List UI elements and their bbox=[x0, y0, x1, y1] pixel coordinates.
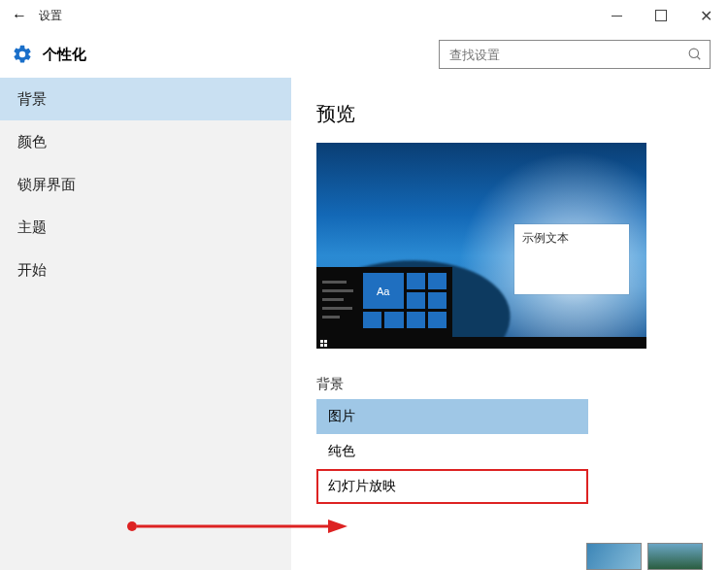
header: 个性化 bbox=[0, 31, 728, 78]
sidebar-item-lockscreen[interactable]: 锁屏界面 bbox=[0, 163, 291, 206]
sidebar-item-start[interactable]: 开始 bbox=[0, 249, 291, 291]
sidebar: 背景 颜色 锁屏界面 主题 开始 bbox=[0, 78, 291, 570]
content: 预览 示例文本 Aa 背景 图片 纯色 幻灯片放映 bbox=[291, 78, 728, 570]
sidebar-item-background[interactable]: 背景 bbox=[0, 78, 291, 120]
titlebar: ← 设置 ✕ bbox=[0, 0, 728, 31]
bg-option-slideshow[interactable]: 幻灯片放映 bbox=[316, 469, 588, 504]
wallpaper-thumbs bbox=[586, 543, 703, 570]
thumb[interactable] bbox=[647, 543, 703, 570]
search-box[interactable] bbox=[439, 40, 711, 69]
sidebar-item-colors[interactable]: 颜色 bbox=[0, 120, 291, 163]
gear-icon bbox=[12, 44, 33, 65]
window-title: 设置 bbox=[39, 8, 62, 24]
start-menu-preview: Aa bbox=[316, 267, 452, 337]
page-title: 个性化 bbox=[43, 46, 86, 64]
thumb[interactable] bbox=[586, 543, 642, 570]
back-button[interactable]: ← bbox=[0, 7, 39, 24]
desktop-preview: 示例文本 Aa bbox=[316, 143, 646, 349]
sample-text: 示例文本 bbox=[522, 231, 569, 245]
close-button[interactable]: ✕ bbox=[683, 0, 728, 31]
background-dropdown[interactable]: 图片 纯色 幻灯片放映 bbox=[316, 399, 588, 504]
start-button-preview bbox=[316, 337, 330, 349]
preview-heading: 预览 bbox=[316, 101, 703, 127]
taskbar-preview bbox=[316, 337, 646, 349]
search-icon bbox=[688, 48, 702, 61]
minimize-button[interactable] bbox=[594, 0, 639, 31]
background-label: 背景 bbox=[316, 376, 703, 393]
maximize-button[interactable] bbox=[639, 0, 683, 31]
search-input[interactable] bbox=[447, 47, 688, 63]
bg-option-picture[interactable]: 图片 bbox=[316, 399, 588, 434]
aa-tile: Aa bbox=[363, 273, 404, 309]
sample-window: 示例文本 bbox=[514, 224, 629, 294]
sidebar-item-themes[interactable]: 主题 bbox=[0, 206, 291, 249]
bg-option-solid[interactable]: 纯色 bbox=[316, 434, 588, 469]
